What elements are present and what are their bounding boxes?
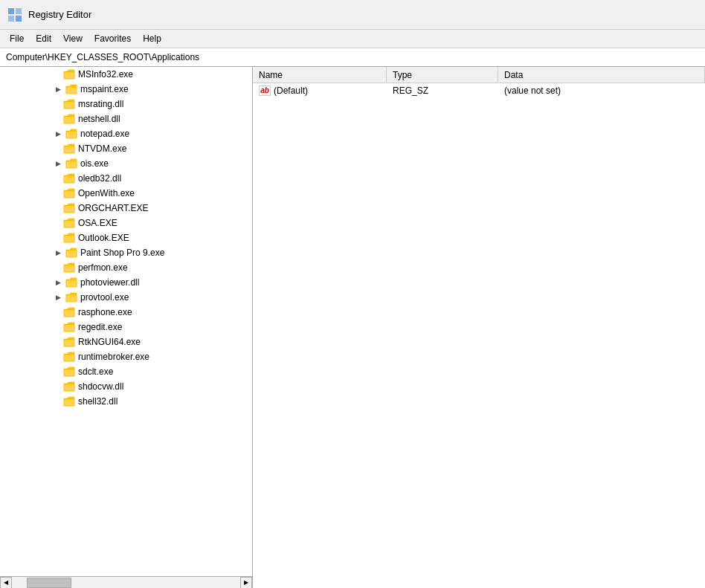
tree-item-perfmon[interactable]: perfmon.exe (0, 260, 252, 275)
address-path: Computer\HKEY_CLASSES_ROOT\Applications (6, 52, 199, 62)
tree-item-photoviewer[interactable]: ▶ photoviewer.dll (0, 275, 252, 290)
svg-rect-2 (8, 16, 14, 22)
folder-icon (63, 395, 75, 407)
menu-help[interactable]: Help (137, 32, 167, 45)
expand-icon: ▶ (52, 83, 64, 95)
expand-icon: ▶ (52, 291, 64, 303)
folder-icon (63, 68, 75, 80)
folder-icon (63, 187, 75, 199)
folder-icon (63, 232, 75, 244)
folder-icon (63, 98, 75, 110)
folder-icon (65, 158, 77, 169)
folder-icon (65, 247, 77, 259)
folder-icon (63, 336, 75, 348)
tree-item-paintshop[interactable]: ▶ Paint Shop Pro 9.exe (0, 245, 252, 260)
tree-item-netshell[interactable]: netshell.dll (0, 112, 252, 126)
tree-item-osa[interactable]: OSA.EXE (0, 216, 252, 230)
tree-item-openwith[interactable]: OpenWith.exe (0, 186, 252, 201)
tree-item-mspaint[interactable]: ▶ mspaint.exe (0, 82, 252, 97)
tree-item-provtool[interactable]: ▶ provtool.exe (0, 290, 252, 305)
detail-type-cell: REG_SZ (387, 83, 498, 98)
tree-h-scrollbar[interactable]: ◀ ▶ (0, 576, 252, 588)
address-bar: Computer\HKEY_CLASSES_ROOT\Applications (0, 48, 705, 67)
tree-panel: MSInfo32.exe ▶ mspaint.exe msrating.dll … (0, 67, 253, 588)
tree-item-msinfo32[interactable]: MSInfo32.exe (0, 67, 252, 82)
tree-item-shell32[interactable]: shell32.dll (0, 394, 252, 409)
menu-edit[interactable]: Edit (30, 32, 57, 45)
folder-icon (63, 113, 75, 125)
folder-icon (63, 321, 75, 333)
scroll-left-arrow[interactable]: ◀ (0, 577, 12, 589)
col-header-data: Data (498, 67, 705, 83)
tree-item-sdclt[interactable]: sdclt.exe (0, 364, 252, 379)
tree-item-regedit[interactable]: regedit.exe (0, 320, 252, 335)
col-header-type: Type (387, 67, 498, 83)
tree-item-runtimebroker[interactable]: runtimebroker.exe (0, 349, 252, 364)
folder-icon (63, 381, 75, 392)
app-icon (7, 7, 22, 22)
folder-icon (65, 83, 77, 95)
tree-item-ois[interactable]: ▶ ois.exe (0, 156, 252, 171)
folder-icon (63, 217, 75, 229)
folder-icon (63, 351, 75, 363)
folder-icon (63, 143, 75, 155)
tree-item-outlook[interactable]: Outlook.EXE (0, 230, 252, 245)
folder-icon (63, 366, 75, 378)
detail-header: Name Type Data (253, 67, 705, 83)
detail-row-default[interactable]: ab (Default) REG_SZ (value not set) (253, 83, 705, 98)
folder-icon (63, 306, 75, 318)
tree-item-notepad[interactable]: ▶ notepad.exe (0, 126, 252, 141)
scroll-track[interactable] (12, 577, 240, 588)
menu-view[interactable]: View (57, 32, 88, 45)
svg-rect-0 (8, 8, 14, 14)
scroll-right-arrow[interactable]: ▶ (240, 577, 252, 589)
tree-item-orgchart[interactable]: ORGCHART.EXE (0, 201, 252, 216)
folder-icon (65, 277, 77, 288)
tree-item-msrating[interactable]: msrating.dll (0, 97, 252, 112)
expand-icon: ▶ (52, 128, 64, 140)
tree-item-shdocvw[interactable]: shdocvw.dll (0, 379, 252, 394)
folder-icon (65, 291, 77, 303)
expand-icon: ▶ (52, 158, 64, 169)
expand-icon: ▶ (52, 247, 64, 259)
main-content: MSInfo32.exe ▶ mspaint.exe msrating.dll … (0, 67, 705, 588)
folder-icon (63, 202, 75, 214)
detail-name-value: (Default) (274, 85, 308, 96)
scroll-thumb[interactable] (27, 578, 71, 588)
folder-icon (63, 262, 75, 274)
svg-rect-3 (16, 16, 22, 22)
svg-rect-1 (16, 8, 22, 14)
app-title: Registry Editor (28, 9, 91, 20)
expand-icon: ▶ (52, 277, 64, 288)
menu-file[interactable]: File (4, 32, 30, 45)
tree-item-oledb32[interactable]: oledb32.dll (0, 171, 252, 186)
title-bar: Registry Editor (0, 0, 705, 30)
tree-scroll-area[interactable]: MSInfo32.exe ▶ mspaint.exe msrating.dll … (0, 67, 252, 576)
tree-item-ntvdm[interactable]: NTVDM.exe (0, 141, 252, 156)
col-header-name: Name (253, 67, 387, 83)
detail-panel: Name Type Data ab (Default) REG_SZ (valu… (253, 67, 705, 588)
folder-icon (63, 172, 75, 184)
tree-item-rasphone[interactable]: rasphone.exe (0, 305, 252, 320)
menu-bar: File Edit View Favorites Help (0, 30, 705, 48)
reg-ab-icon: ab (259, 85, 271, 96)
menu-favorites[interactable]: Favorites (88, 32, 137, 45)
detail-data-cell: (value not set) (498, 83, 705, 98)
tree-item-rtk[interactable]: RtkNGUI64.exe (0, 335, 252, 349)
detail-name-cell: ab (Default) (253, 83, 387, 98)
folder-icon (65, 128, 77, 140)
